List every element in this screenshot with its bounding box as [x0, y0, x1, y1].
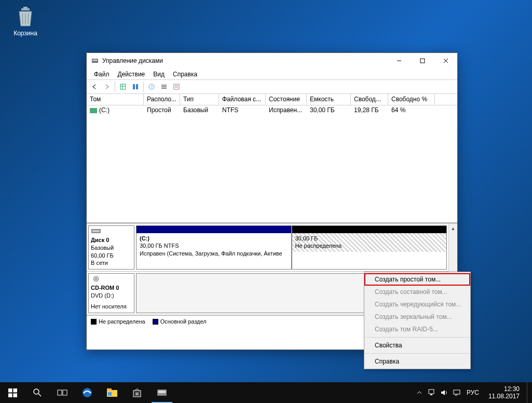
taskbar-edge[interactable]	[75, 382, 100, 403]
disk-name: Диск 0	[91, 236, 132, 244]
volume-icon	[90, 108, 97, 113]
svg-text:?: ?	[151, 85, 153, 89]
taskbar-store[interactable]	[125, 382, 149, 403]
volume-row[interactable]: (C:) Простой Базовый NTFS Исправен... 30…	[87, 105, 457, 115]
col-status[interactable]: Состояние	[266, 94, 307, 105]
disk-row-0: Диск 0 Базовый 60,00 ГБ В сети (C:) 30,0…	[87, 224, 448, 272]
svg-rect-30	[8, 393, 12, 397]
clock-date: 11.08.2017	[488, 393, 520, 400]
part-size: 30,00 ГБ	[295, 235, 444, 242]
col-type[interactable]: Тип	[180, 94, 219, 105]
cell-status: Исправен...	[266, 106, 307, 114]
svg-rect-40	[133, 391, 141, 397]
scroll-up-icon[interactable]: ▲	[449, 224, 457, 233]
legend-swatch-unallocated	[91, 319, 97, 325]
svg-rect-39	[108, 392, 112, 396]
svg-rect-38	[107, 388, 112, 391]
svg-rect-31	[13, 393, 17, 397]
disk-info[interactable]: CD-ROM 0 DVD (D:) Нет носителя	[88, 273, 134, 313]
tray-volume-icon[interactable]	[440, 382, 449, 403]
svg-rect-1	[23, 7, 28, 8]
svg-rect-18	[161, 85, 167, 86]
task-view-button[interactable]	[50, 382, 75, 403]
disk-size: 60,00 ГБ	[91, 252, 132, 260]
cell-capacity: 30,00 ГБ	[307, 106, 351, 114]
disk-icon	[91, 228, 101, 234]
disk-info[interactable]: Диск 0 Базовый 60,00 ГБ В сети	[88, 225, 134, 270]
menu-file[interactable]: Файл	[90, 70, 114, 79]
tray-network-icon[interactable]	[427, 382, 436, 403]
search-button[interactable]	[25, 382, 50, 403]
svg-rect-15	[136, 84, 138, 89]
menu-separator	[365, 337, 470, 338]
tray-clock[interactable]: 12:30 11.08.2017	[484, 385, 524, 400]
col-free[interactable]: Свобод...	[351, 94, 388, 105]
refresh-button[interactable]	[130, 81, 141, 92]
svg-rect-42	[138, 393, 139, 394]
part-label: (C:)	[140, 235, 288, 242]
svg-rect-41	[136, 393, 137, 394]
svg-point-27	[96, 278, 97, 280]
menu-properties[interactable]: Свойства	[364, 339, 470, 352]
svg-line-33	[38, 394, 41, 396]
disk-state: Нет носителя	[91, 303, 132, 311]
taskbar-file-explorer[interactable]	[100, 382, 125, 403]
svg-rect-6	[93, 60, 98, 61]
disk-kind: Базовый	[91, 244, 132, 252]
system-tray: РУС 12:30 11.08.2017	[415, 382, 532, 403]
svg-rect-29	[13, 388, 17, 393]
svg-rect-28	[8, 388, 12, 393]
svg-rect-25	[92, 230, 100, 232]
svg-rect-46	[158, 391, 166, 393]
context-menu: Создать простой том... Создать составной…	[364, 272, 471, 369]
menu-help[interactable]: Справка	[364, 355, 470, 368]
menu-action[interactable]: Действие	[114, 70, 149, 79]
clock-time: 12:30	[488, 385, 520, 393]
col-layout[interactable]: Располо...	[144, 94, 180, 105]
part-size: 30,00 ГБ NTFS	[140, 242, 288, 249]
menu-help[interactable]: Справка	[169, 70, 201, 79]
col-capacity[interactable]: Емкость	[307, 94, 351, 105]
show-desktop-button[interactable]	[527, 382, 530, 403]
col-fs[interactable]: Файловая с...	[219, 94, 266, 105]
svg-rect-8	[420, 59, 425, 63]
dvd-icon	[91, 276, 101, 282]
menu-create-striped-volume: Создать чередующийся том...	[364, 298, 470, 311]
toolbar-list-icon[interactable]	[158, 81, 170, 92]
menu-create-simple-volume[interactable]: Создать простой том...	[364, 273, 470, 286]
back-button[interactable]	[89, 81, 100, 92]
tray-chevron-up-icon[interactable]	[415, 382, 424, 403]
menu-create-mirrored-volume: Создать зеркальный том...	[364, 311, 470, 323]
svg-rect-0	[21, 8, 30, 10]
toolbar-views-icon[interactable]	[117, 81, 129, 92]
recycle-bin-label: Корзина	[6, 30, 45, 37]
minimize-button[interactable]	[387, 53, 411, 69]
toolbar-properties-icon[interactable]	[171, 81, 182, 92]
app-icon	[91, 57, 99, 65]
partition-primary[interactable]: (C:) 30,00 ГБ NTFS Исправен (Система, За…	[136, 225, 292, 270]
taskbar-disk-management[interactable]	[149, 382, 174, 403]
svg-rect-34	[58, 390, 62, 395]
cell-fs: NTFS	[219, 106, 266, 114]
svg-rect-48	[430, 394, 432, 395]
close-button[interactable]	[434, 53, 457, 69]
titlebar[interactable]: Управление дисками	[87, 53, 457, 69]
toolbar-help-icon[interactable]: ?	[146, 81, 157, 92]
col-volume[interactable]: Том	[87, 94, 144, 105]
toolbar: ?	[87, 79, 457, 94]
svg-rect-21	[174, 84, 179, 89]
tray-notifications-icon[interactable]	[452, 382, 461, 403]
disk-name: CD-ROM 0	[91, 284, 132, 292]
svg-rect-14	[133, 84, 135, 89]
tray-language[interactable]: РУС	[465, 382, 481, 403]
forward-button[interactable]	[101, 81, 113, 92]
partition-unallocated[interactable]: 30,00 ГБ Не распределена	[292, 225, 447, 270]
part-status: Не распределена	[295, 242, 444, 249]
taskbar: РУС 12:30 11.08.2017	[0, 382, 532, 403]
maximize-button[interactable]	[411, 53, 434, 69]
recycle-bin-icon	[14, 5, 37, 28]
recycle-bin[interactable]: Корзина	[6, 5, 45, 37]
col-freepct[interactable]: Свободно %	[388, 94, 435, 105]
menu-view[interactable]: Вид	[149, 70, 169, 79]
start-button[interactable]	[0, 382, 25, 403]
